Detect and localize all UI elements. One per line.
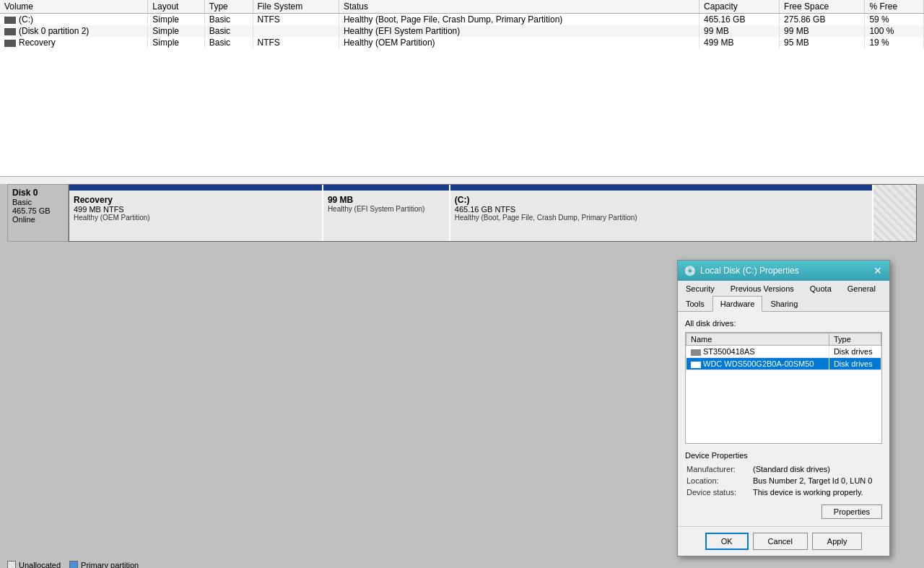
col-capacity[interactable]: Capacity: [699, 0, 780, 14]
manufacturer-value: (Standard disk drives): [753, 464, 881, 474]
tab-security[interactable]: Security: [678, 281, 723, 297]
col-volume[interactable]: Volume: [0, 0, 148, 14]
legend-unallocated-label: Unallocated: [19, 561, 61, 568]
drives-col-name[interactable]: Name: [687, 333, 829, 346]
cell-fs: [253, 25, 339, 37]
legend: Unallocated Primary partition: [7, 561, 139, 568]
disk-status: Online: [12, 215, 64, 224]
col-status[interactable]: Status: [339, 0, 699, 14]
cell-layout: Simple: [148, 14, 204, 26]
cell-layout: Simple: [148, 25, 204, 37]
location-value: Bus Number 2, Target Id 0, LUN 0: [753, 476, 881, 486]
dialog-title-text: Local Disk (C:) Properties: [700, 266, 799, 276]
cell-fs: NTFS: [253, 37, 339, 48]
partition-header: [450, 185, 873, 191]
tab-hardware[interactable]: Hardware: [712, 296, 763, 312]
cancel-button[interactable]: Cancel: [753, 533, 808, 550]
disk-type: Basic: [12, 198, 64, 206]
disk-row: Disk 0 Basic 465.75 GB Online Recovery 4…: [7, 184, 917, 242]
dialog-body: All disk drives: Name Type ST3500418AS D…: [678, 312, 889, 526]
properties-dialog: 💿 Local Disk (C:) Properties ✕ Security …: [677, 260, 890, 556]
col-type[interactable]: Type: [204, 0, 253, 14]
drive-row[interactable]: WDC WDS500G2B0A-00SM50 Disk drives: [687, 358, 881, 370]
dialog-title-left: 💿 Local Disk (C:) Properties: [684, 265, 799, 276]
table-row[interactable]: (C:) Simple Basic NTFS Healthy (Boot, Pa…: [0, 14, 924, 26]
manufacturer-row: Manufacturer: (Standard disk drives): [687, 464, 881, 474]
cell-capacity: 499 MB: [699, 37, 780, 48]
disk-size: 465.75 GB: [12, 206, 64, 215]
drive-type: Disk drives: [829, 346, 881, 358]
properties-button[interactable]: Properties: [821, 504, 882, 519]
drive-type: Disk drives: [829, 358, 881, 370]
legend-primary: Primary partition: [69, 561, 139, 568]
cell-type: Basic: [204, 25, 253, 37]
partition-name: (C:): [455, 195, 868, 205]
cell-volume: Recovery: [0, 37, 148, 48]
volume-table-panel: Volume Layout Type File System Status Ca…: [0, 0, 924, 177]
location-row: Location: Bus Number 2, Target Id 0, LUN…: [687, 476, 881, 486]
partition-status: Healthy (Boot, Page File, Crash Dump, Pr…: [455, 214, 868, 222]
partition-c[interactable]: (C:) 465.16 GB NTFS Healthy (Boot, Page …: [450, 185, 874, 241]
volume-table: Volume Layout Type File System Status Ca…: [0, 0, 924, 48]
cell-free: 275.86 GB: [780, 14, 865, 26]
drives-table-body: ST3500418AS Disk drives WDC WDS500G2B0A-…: [687, 346, 881, 370]
status-row: Device status: This device is working pr…: [687, 487, 881, 497]
partition-content: 99 MB Healthy (EFI System Partition): [328, 195, 445, 213]
drives-col-type[interactable]: Type: [829, 333, 881, 346]
disk-partitions: Recovery 499 MB NTFS Healthy (OEM Partit…: [69, 184, 917, 242]
table-row[interactable]: Recovery Simple Basic NTFS Healthy (OEM …: [0, 37, 924, 48]
location-label: Location:: [687, 476, 751, 486]
cell-pct: 59 %: [865, 14, 924, 26]
partition-header: [323, 185, 449, 191]
status-label: Device status:: [687, 487, 751, 497]
device-properties: Device Properties Manufacturer: (Standar…: [685, 451, 882, 499]
partition-content: Recovery 499 MB NTFS Healthy (OEM Partit…: [74, 195, 318, 222]
partition-status: Healthy (EFI System Partition): [328, 205, 445, 213]
cell-pct: 19 %: [865, 37, 924, 48]
disk-name: Disk 0: [12, 188, 64, 198]
cell-capacity: 465.16 GB: [699, 14, 780, 26]
partition-efi[interactable]: 99 MB Healthy (EFI System Partition): [323, 185, 450, 241]
tab-previous-versions[interactable]: Previous Versions: [723, 281, 802, 297]
col-filesystem[interactable]: File System: [253, 0, 339, 14]
tab-tools[interactable]: Tools: [678, 296, 712, 312]
cell-status: Healthy (OEM Partition): [339, 37, 699, 48]
apply-button[interactable]: Apply: [812, 533, 863, 550]
manufacturer-label: Manufacturer:: [687, 464, 751, 474]
status-value: This device is working properly.: [753, 487, 881, 497]
all-disk-drives-label: All disk drives:: [685, 319, 882, 328]
volume-table-body: (C:) Simple Basic NTFS Healthy (Boot, Pa…: [0, 14, 924, 49]
col-layout[interactable]: Layout: [148, 0, 204, 14]
tab-quota[interactable]: Quota: [802, 281, 840, 297]
cell-status: Healthy (Boot, Page File, Crash Dump, Pr…: [339, 14, 699, 26]
device-props-table: Manufacturer: (Standard disk drives) Loc…: [685, 463, 882, 499]
partition-recovery[interactable]: Recovery 499 MB NTFS Healthy (OEM Partit…: [69, 185, 323, 241]
partition-size: 465.16 GB NTFS: [455, 205, 868, 214]
drive-name: ST3500418AS: [687, 346, 829, 358]
drive-row[interactable]: ST3500418AS Disk drives: [687, 346, 881, 358]
dialog-tabs: Security Previous Versions Quota General…: [678, 281, 889, 312]
cell-volume: (Disk 0 partition 2): [0, 25, 148, 37]
legend-primary-label: Primary partition: [81, 561, 139, 568]
device-props-title: Device Properties: [685, 451, 882, 460]
partition-name: 99 MB: [328, 195, 445, 205]
partition-name: Recovery: [74, 195, 318, 205]
col-freespace[interactable]: Free Space: [780, 0, 865, 14]
tab-general[interactable]: General: [840, 281, 884, 297]
dialog-footer: OK Cancel Apply: [678, 526, 889, 556]
dialog-title-icon: 💿: [684, 265, 696, 276]
ok-button[interactable]: OK: [705, 533, 749, 550]
cell-type: Basic: [204, 37, 253, 48]
legend-unallocated-box: [7, 561, 16, 568]
drive-name: WDC WDS500G2B0A-00SM50: [687, 358, 829, 370]
dialog-close-button[interactable]: ✕: [872, 266, 884, 276]
cell-layout: Simple: [148, 37, 204, 48]
cell-type: Basic: [204, 14, 253, 26]
partition-size: 499 MB NTFS: [74, 205, 318, 214]
cell-free: 95 MB: [780, 37, 865, 48]
table-row[interactable]: (Disk 0 partition 2) Simple Basic Health…: [0, 25, 924, 37]
partition-status: Healthy (OEM Partition): [74, 214, 318, 222]
col-pctfree[interactable]: % Free: [865, 0, 924, 14]
drives-table: Name Type ST3500418AS Disk drives WDC WD…: [686, 333, 881, 370]
tab-sharing[interactable]: Sharing: [762, 296, 806, 312]
